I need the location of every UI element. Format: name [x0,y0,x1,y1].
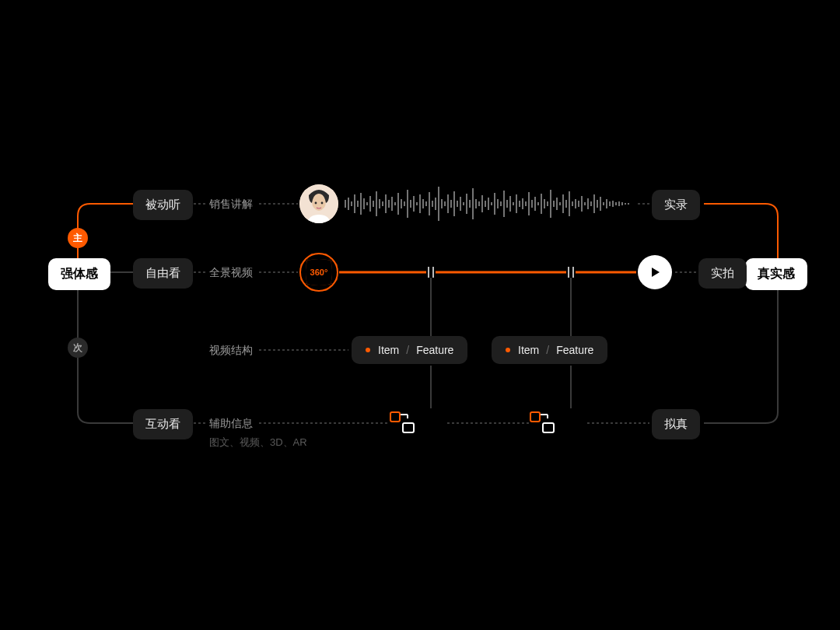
feature-card-2: Item / Feature [492,336,607,364]
bullet-icon [506,348,510,352]
slash-separator: / [406,344,409,356]
bullet-icon [366,348,370,352]
row-bottom-connector-label: 辅助信息 [209,417,253,431]
row-bottom-right-pill: 拟真 [652,409,700,439]
row-top-right-pill: 实录 [652,190,700,220]
row-mid-connector-label: 全景视频 [209,266,253,280]
feature-feature-text: Feature [416,344,453,356]
svg-point-119 [321,202,324,205]
slash-separator: / [546,344,549,356]
popup-window-icon [529,411,557,432]
right-anchor: 真实感 [745,258,807,290]
svg-rect-121 [403,423,414,432]
row-top-left-pill: 被动听 [133,190,193,220]
feature-item-text: Item [518,344,539,356]
play-icon[interactable] [638,255,672,289]
svg-rect-123 [543,423,554,432]
feature-feature-text: Feature [556,344,593,356]
badge-primary-icon: 主 [68,228,88,248]
feature-card-1: Item / Feature [352,336,467,364]
svg-rect-120 [390,412,400,422]
row-bottom-subnote: 图文、视频、3D、AR [209,436,307,450]
avatar-icon [299,184,338,223]
svg-rect-122 [530,412,540,422]
row-mid-left-pill: 自由看 [133,258,193,289]
feature-item-text: Item [378,344,399,356]
sphere-360-icon: 360° [299,253,338,292]
row-bottom-left-pill: 互动看 [133,409,193,439]
structure-label: 视频结构 [209,344,253,358]
left-anchor: 强体感 [48,258,110,290]
badge-secondary-icon: 次 [68,338,88,358]
row-mid-right-pill: 实拍 [698,258,747,289]
row-top-connector-label: 销售讲解 [209,198,253,212]
svg-point-118 [315,202,317,205]
popup-window-icon [389,411,417,432]
